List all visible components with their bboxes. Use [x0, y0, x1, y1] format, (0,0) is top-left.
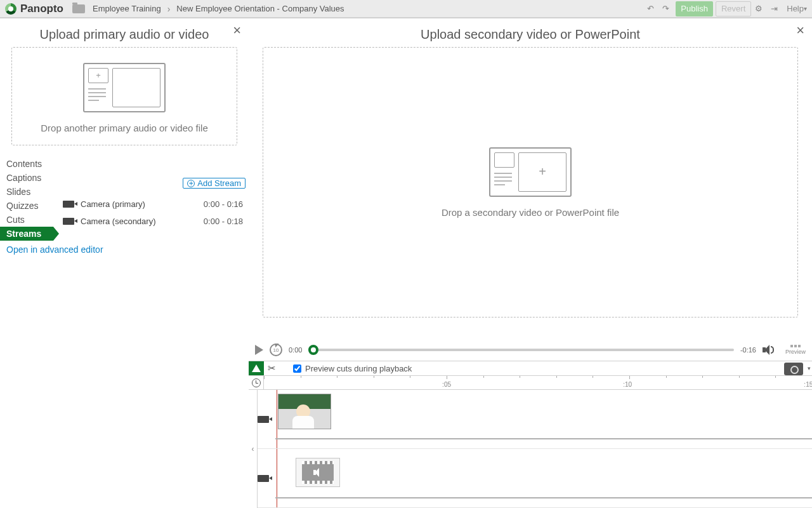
speaker-icon [313, 469, 322, 476]
stream-row[interactable]: Camera (primary) 0:00 - 0:16 [60, 196, 246, 213]
top-bar: Panopto Employee Training › New Employee… [0, 0, 812, 18]
stream-name: Camera (secondary) [81, 217, 204, 226]
breadcrumb-folder[interactable]: Employee Training [90, 4, 164, 13]
sidebar-item-contents[interactable]: Contents [0, 157, 249, 171]
add-stream-button[interactable]: + Add Stream [183, 178, 246, 189]
undo-button[interactable]: ↶ [643, 1, 658, 17]
rewind-amount: 10 [273, 347, 279, 353]
secondary-upload-title-text: Upload secondary video or PowerPoint [421, 27, 640, 41]
add-stream-label: Add Stream [197, 178, 241, 188]
preview-cuts-checkbox[interactable] [293, 364, 301, 373]
panopto-logo-icon [5, 3, 16, 15]
primary-drop-text: Drop another primary audio or video file [41, 123, 207, 133]
ruler-side [249, 376, 264, 389]
preview-thumb-label: Preview [785, 349, 806, 355]
exit-icon: ⇥ [771, 4, 778, 13]
preview-cuts-toggle[interactable]: Preview cuts during playback [279, 361, 412, 375]
stream-time: 0:00 - 0:18 [204, 217, 243, 226]
cut-tool-button[interactable]: ✂ [264, 361, 279, 375]
chevron-right-icon: › [164, 4, 174, 14]
primary-upload-title-text: Upload primary audio or video [40, 27, 209, 41]
primary-media-icon: + [83, 63, 166, 112]
snapshot-menu-button[interactable]: ▾ [806, 361, 812, 375]
pointer-icon [252, 364, 261, 372]
player-controls: 10 0:00 -0:16 Preview [249, 339, 812, 361]
remaining-time: -0:16 [740, 346, 756, 354]
timeline-toolbar: ✂ Preview cuts during playback ▾ [249, 361, 812, 376]
close-secondary-panel-button[interactable]: × [796, 23, 804, 37]
camera-icon [63, 218, 74, 225]
breadcrumb-session[interactable]: New Employee Orientation - Company Value… [174, 4, 346, 13]
current-time: 0:00 [289, 346, 302, 354]
ruler-tick-label: :15 [804, 381, 812, 388]
camera-icon [258, 475, 269, 482]
pointer-tool-button[interactable] [249, 361, 264, 375]
ruler-tick-label: :05 [442, 381, 451, 388]
gear-icon: ⚙ [755, 4, 763, 13]
timeline-tracks: ‹ [249, 390, 812, 508]
scissors-icon: ✂ [268, 363, 276, 374]
primary-dropzone[interactable]: + Drop another primary audio or video fi… [11, 47, 237, 145]
rewind-10-button[interactable]: 10 [270, 344, 282, 356]
primary-upload-title: Upload primary audio or video × [0, 18, 249, 47]
timeline-ruler-row: :05:10:15 [249, 376, 812, 390]
secondary-upload-title: Upload secondary video or PowerPoint × [249, 18, 812, 47]
volume-button[interactable] [763, 345, 775, 355]
ruler-tick-label: :10 [623, 381, 632, 388]
streams-panel: + Add Stream Camera (primary) 0:00 - 0:1… [60, 178, 246, 230]
video-track-secondary[interactable] [275, 449, 812, 508]
settings-button[interactable]: ⚙ [751, 1, 766, 17]
right-column: Upload secondary video or PowerPoint × +… [249, 18, 812, 508]
secondary-dropzone[interactable]: + Drop a secondary video or PowerPoint f… [263, 47, 798, 318]
snapshot-button[interactable] [784, 363, 803, 375]
camera-icon [258, 416, 269, 423]
seek-knob[interactable] [308, 345, 318, 355]
stream-name: Camera (primary) [81, 199, 204, 209]
clip-thumbnail[interactable] [296, 458, 340, 487]
left-column: Upload primary audio or video × + Drop a… [0, 18, 249, 508]
preview-thumb-menu[interactable]: Preview [782, 345, 806, 355]
play-button[interactable] [255, 345, 263, 355]
clip-thumbnail[interactable] [278, 394, 331, 429]
help-label: Help [787, 4, 804, 13]
camera-icon [63, 201, 74, 208]
publish-button[interactable]: Publish [676, 1, 713, 17]
filmstrip-icon [302, 461, 334, 484]
stream-row[interactable]: Camera (secondary) 0:00 - 0:18 [60, 213, 246, 230]
sidebar-item-streams[interactable]: Streams [0, 227, 53, 241]
exit-button[interactable]: ⇥ [766, 1, 782, 17]
clock-icon [252, 378, 261, 387]
app-logo: Panopto [0, 3, 69, 15]
plus-icon: + [187, 180, 195, 187]
timeline-ruler[interactable]: :05:10:15 [264, 376, 812, 389]
help-menu[interactable]: Help [782, 1, 812, 17]
folder-icon [72, 4, 85, 13]
sound-wave-icon [771, 346, 774, 354]
preview-cuts-label: Preview cuts during playback [305, 364, 412, 373]
video-track-primary[interactable] [275, 390, 812, 449]
revert-button[interactable]: Revert [716, 1, 751, 17]
collapse-tracks-button[interactable]: ‹ [249, 390, 258, 508]
secondary-media-icon: + [489, 147, 572, 197]
secondary-drop-text: Drop a secondary video or PowerPoint fil… [442, 207, 619, 218]
grid-icon [790, 345, 801, 347]
close-primary-panel-button[interactable]: × [233, 23, 241, 37]
stream-time: 0:00 - 0:16 [204, 199, 243, 209]
redo-button[interactable]: ↷ [658, 1, 673, 17]
seek-bar[interactable] [308, 349, 733, 351]
brand-name: Panopto [20, 3, 63, 15]
open-advanced-editor-link[interactable]: Open in advanced editor [0, 241, 249, 256]
